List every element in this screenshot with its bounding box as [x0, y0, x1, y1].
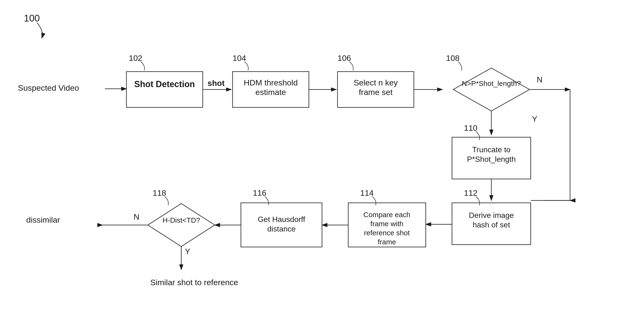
node114-number: 114: [360, 188, 374, 197]
node112-label1: Derive image: [469, 211, 514, 220]
dissimilar-label: dissimilar: [26, 215, 60, 224]
node-shot-detection: [126, 72, 203, 107]
node114-label1: Compare each: [364, 211, 410, 219]
node106-label1: Select n key: [354, 78, 398, 87]
node104-number: 104: [232, 54, 246, 63]
node118-number: 118: [153, 188, 166, 197]
node110-label2: P*Shot_length: [467, 155, 516, 163]
fig-number: 100: [24, 13, 40, 23]
suspected-video-label: Suspected Video: [18, 83, 79, 92]
node-diamond108: [453, 68, 530, 111]
diamond118-y-label: Y: [185, 247, 190, 256]
node116-number: 116: [253, 188, 266, 197]
node112-number: 112: [464, 188, 478, 197]
node110-number: 110: [464, 123, 478, 132]
node106-label2: frame set: [359, 88, 392, 97]
node116-label2: distance: [267, 225, 296, 233]
diamond108-y-label: Y: [532, 114, 538, 123]
node110-label1: Truncate to: [472, 145, 511, 154]
node114-label3: reference shot: [364, 229, 410, 237]
node108-number: 108: [446, 54, 460, 63]
diagram-container: 100 Suspected Video 102 Shot Detection s…: [0, 0, 644, 336]
node116-label1: Get Hausdorff: [258, 215, 305, 224]
shot-label: shot: [208, 79, 225, 88]
node102-number: 102: [129, 54, 142, 63]
diamond118-n-label: N: [134, 212, 140, 221]
node102-label1: Shot Detection: [134, 79, 195, 89]
similar-label: Similar shot to reference: [150, 278, 238, 287]
node112-label2: hash of set: [473, 220, 510, 229]
node106-number: 106: [338, 54, 351, 63]
diamond108-n-label: N: [537, 75, 543, 84]
node-diamond118: [148, 204, 215, 246]
node104-label2: estimate: [256, 88, 286, 97]
node114-label4: frame: [378, 238, 396, 246]
node114-label2: frame with: [370, 220, 403, 228]
node104-label1: HDM threshold: [244, 78, 298, 87]
node118-label1: H-Dist<TD?: [162, 216, 200, 224]
node108-label1: N>P*Shot_length?: [462, 80, 521, 87]
